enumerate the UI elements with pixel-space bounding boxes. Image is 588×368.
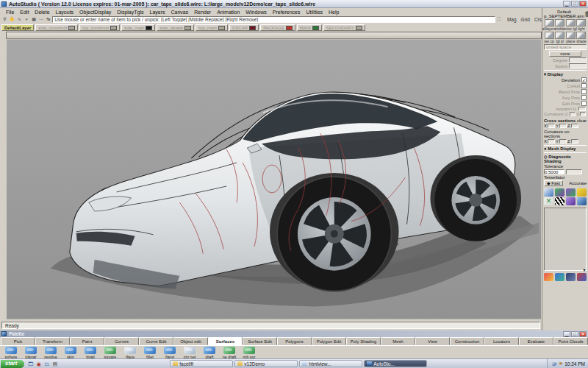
- layer-defaultlayer[interactable]: DefaultLayer: [1, 24, 34, 31]
- tab-polygons[interactable]: Polygons: [277, 337, 312, 345]
- menu-preferences[interactable]: Preferences: [270, 10, 304, 15]
- menu-animation[interactable]: Animation: [214, 10, 243, 15]
- snap-curve-toggle[interactable]: Crs: [534, 17, 542, 22]
- tessellator-fast-button[interactable]: ◆ Fast: [544, 180, 563, 186]
- transform-tool-icon[interactable]: ⌖: [24, 17, 30, 23]
- layer-side-details[interactable]: side_details: [157, 24, 194, 31]
- tab-pick[interactable]: Pick: [1, 337, 35, 345]
- curve-tool-icon[interactable]: ∿: [16, 17, 23, 23]
- palette-titlebar[interactable]: Palette ▁ □ ✕: [0, 330, 588, 337]
- palette-close-button[interactable]: ✕: [579, 331, 587, 337]
- quicklaunch-explorer-icon[interactable]: 🗀: [43, 361, 50, 367]
- tool-rface[interactable]: rface: [121, 347, 139, 359]
- shelf-button-alllayers[interactable]: alllayers: [544, 19, 554, 31]
- tessellator-accurate-label[interactable]: Accurate: [569, 181, 587, 185]
- cross-z-field[interactable]: [571, 124, 578, 128]
- tab-object-edit[interactable]: Object edit: [173, 337, 208, 345]
- tab-transform[interactable]: Transform: [35, 337, 70, 345]
- shelf-button-misc-tgl[interactable]: misc tgl: [565, 19, 576, 31]
- diag-shade-yellow-icon[interactable]: [577, 188, 587, 197]
- layer-secondary[interactable]: SECONDARY: [323, 24, 365, 31]
- quicklaunch-browser-icon[interactable]: ◉: [35, 361, 42, 367]
- expand-tools-icon[interactable]: ↹: [45, 17, 51, 23]
- shelf-button-set-cp[interactable]: set cp: [544, 32, 554, 43]
- display-section-header[interactable]: ▾ Display: [544, 70, 587, 77]
- key-pnts-checkbox[interactable]: [581, 95, 587, 100]
- shelf-button-tgl-pl[interactable]: tgl pl: [555, 32, 565, 43]
- tab-mesh[interactable]: Mesh: [381, 337, 415, 345]
- curvature-v-field[interactable]: [580, 112, 586, 116]
- prompt-line[interactable]: Use mouse or enter name of item to pick …: [52, 16, 495, 23]
- deviation-checkbox[interactable]: ✓: [581, 77, 587, 82]
- curv-y-field[interactable]: [559, 139, 567, 144]
- tab-polygon-edit[interactable]: Polygon Edit: [312, 337, 346, 345]
- minimize-button[interactable]: ▁: [563, 1, 570, 7]
- tool-revolve[interactable]: revolve: [42, 347, 60, 359]
- tool-crv-net[interactable]: crv net: [181, 347, 198, 359]
- quicklaunch-desktop-icon[interactable]: 🗔: [27, 361, 34, 367]
- tool-mb-sur[interactable]: mb sur: [240, 347, 258, 359]
- cross-sections-clear-button[interactable]: clear: [577, 118, 587, 123]
- curv-z-field[interactable]: [571, 139, 578, 144]
- layer-main[interactable]: MAIN: [297, 24, 322, 31]
- tool-draft[interactable]: draft: [201, 347, 218, 359]
- palette-minimize-button[interactable]: ▁: [563, 331, 570, 337]
- edit-pnts-checkbox[interactable]: [581, 101, 587, 106]
- grid-tool-icon[interactable]: ▦: [31, 17, 37, 23]
- menu-edit[interactable]: Edit: [17, 10, 32, 15]
- tab-view[interactable]: View: [415, 337, 450, 345]
- menu-render[interactable]: Render: [191, 10, 214, 15]
- tab-surface-edit[interactable]: Surface Edit: [243, 337, 277, 345]
- tab-paint[interactable]: Paint: [70, 337, 104, 345]
- layer-top-construct[interactable]: top_construct: [79, 24, 120, 31]
- mesh-display-header[interactable]: ● Mesh Display: [544, 145, 587, 151]
- menu-utilities[interactable]: Utilities: [304, 10, 326, 15]
- task-autostudio[interactable]: AutoStu...: [364, 360, 427, 367]
- start-button[interactable]: start: [1, 360, 24, 368]
- curvature-u-field[interactable]: [570, 112, 576, 116]
- bottom-tool-zebra-icon[interactable]: [555, 273, 564, 281]
- tool-ne-draft[interactable]: ne draft: [220, 347, 238, 359]
- diag-shade-off-icon[interactable]: ✕: [544, 197, 553, 205]
- menu-windows[interactable]: Windows: [243, 10, 269, 15]
- task-facelift[interactable]: facelift: [170, 360, 233, 367]
- task-htmlview[interactable]: htmlview...: [299, 360, 362, 367]
- maximize-button[interactable]: □: [571, 1, 578, 7]
- tool-planar[interactable]: planar: [22, 347, 40, 359]
- picked-object-field[interactable]: united space: [544, 44, 587, 50]
- snap-grid-toggle[interactable]: Grid: [521, 17, 530, 22]
- quicklaunch-show-desktop-icon[interactable]: ▤: [51, 361, 58, 367]
- tolerance-field-2[interactable]: [566, 169, 582, 174]
- menu-layers[interactable]: Layers: [146, 10, 168, 15]
- tab-point-clouds[interactable]: Point Clouds: [553, 337, 588, 345]
- none-button[interactable]: none: [549, 51, 581, 57]
- isoparm-u-field[interactable]: [578, 107, 586, 111]
- tab-evaluate[interactable]: Evaluate: [519, 337, 553, 345]
- cross-x-field[interactable]: [548, 124, 555, 128]
- diag-shade-multicolor-icon[interactable]: [566, 188, 576, 197]
- shelf-button-light[interactable]: light: [576, 19, 587, 31]
- diag-shade-purple-icon[interactable]: [566, 197, 576, 205]
- tab-curve-edit[interactable]: Curve Edit: [139, 337, 173, 345]
- palette-maximize-button[interactable]: □: [571, 331, 578, 337]
- hand-tool-icon[interactable]: ✋: [9, 17, 15, 23]
- tab-curves[interactable]: Curves: [104, 337, 139, 345]
- more-tools-icon[interactable]: ⋯: [37, 17, 44, 23]
- tool-flange[interactable]: flang: [161, 347, 179, 359]
- menu-delete[interactable]: Delete: [32, 10, 52, 15]
- bottom-tool-eval-icon[interactable]: [577, 273, 587, 281]
- bottom-tool-keypoint-icon[interactable]: [544, 273, 553, 281]
- snap-target-icon[interactable]: ⛶: [495, 17, 502, 23]
- tool-square[interactable]: square: [101, 347, 119, 359]
- degree-field[interactable]: [569, 57, 587, 63]
- tab-surfaces[interactable]: Surfaces: [208, 337, 243, 345]
- curv-x-field[interactable]: [548, 139, 555, 144]
- diagnostic-shading-header[interactable]: ◇ Diagnostic Shading: [544, 152, 587, 163]
- tolerance-field[interactable]: 0.5000: [544, 169, 564, 174]
- diag-shade-blue-icon[interactable]: [544, 188, 553, 197]
- layer-top-main[interactable]: top_main: [196, 24, 228, 31]
- task-v12demo[interactable]: v12Demo: [234, 360, 298, 367]
- pick-tool-icon[interactable]: ⚲: [1, 17, 8, 23]
- perspective-viewport[interactable]: [7, 39, 541, 319]
- menu-displaytgls[interactable]: DisplayTgls: [114, 10, 146, 15]
